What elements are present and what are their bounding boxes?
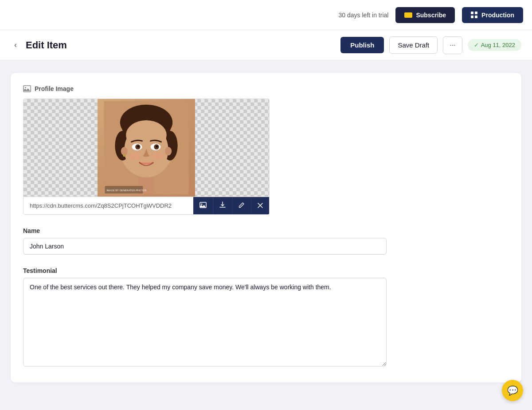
svg-point-18 bbox=[156, 146, 158, 148]
download-icon bbox=[219, 201, 226, 209]
upload-image-button[interactable] bbox=[193, 197, 213, 214]
svg-point-20 bbox=[165, 147, 172, 155]
chat-bubble-button[interactable]: 💬 bbox=[502, 380, 523, 401]
production-icon bbox=[471, 12, 478, 19]
topbar: 30 days left in trial Subscribe Producti… bbox=[0, 0, 532, 30]
svg-point-21 bbox=[123, 154, 126, 157]
testimonial-field-label: Testimonial bbox=[23, 267, 509, 274]
image-url-bar bbox=[23, 197, 269, 214]
image-section-icon bbox=[23, 85, 31, 92]
edit-card: Profile Image bbox=[11, 73, 521, 382]
subscribe-button[interactable]: Subscribe bbox=[395, 7, 455, 23]
upload-icon bbox=[200, 202, 207, 208]
profile-image-section-label: Profile Image bbox=[23, 85, 509, 92]
image-action-buttons bbox=[193, 197, 269, 214]
date-label: Aug 11, 2022 bbox=[481, 42, 515, 48]
name-field-group: Name bbox=[23, 227, 509, 255]
date-badge: ✓ Aug 11, 2022 bbox=[468, 39, 521, 51]
more-options-button[interactable]: ··· bbox=[443, 36, 462, 54]
profile-image-preview: IMAGE BY GENERATED.PHOTOS bbox=[98, 99, 195, 197]
edit-icon bbox=[239, 202, 245, 208]
main-content: Profile Image bbox=[0, 60, 532, 395]
headerbar: ‹ Edit Item Publish Save Draft ··· ✓ Aug… bbox=[0, 30, 532, 60]
svg-point-27 bbox=[201, 204, 203, 205]
name-input[interactable] bbox=[23, 238, 387, 255]
svg-text:IMAGE BY GENERATED.PHOTOS: IMAGE BY GENERATED.PHOTOS bbox=[106, 189, 146, 192]
svg-point-23 bbox=[152, 153, 164, 159]
name-field-label: Name bbox=[23, 227, 509, 234]
check-icon: ✓ bbox=[474, 42, 479, 48]
production-label: Production bbox=[481, 12, 514, 19]
testimonial-field-group: Testimonial One of the best services out… bbox=[23, 267, 509, 368]
svg-point-22 bbox=[129, 153, 141, 159]
image-preview-area: IMAGE BY GENERATED.PHOTOS bbox=[23, 99, 269, 197]
page-title: Edit Item bbox=[26, 39, 335, 51]
edit-image-button[interactable] bbox=[232, 197, 251, 214]
subscribe-label: Subscribe bbox=[416, 12, 446, 19]
close-icon bbox=[258, 203, 263, 208]
svg-point-19 bbox=[121, 147, 128, 155]
publish-button[interactable]: Publish bbox=[340, 37, 384, 53]
svg-point-12 bbox=[126, 120, 167, 150]
svg-point-17 bbox=[137, 146, 139, 148]
trial-text: 30 days left in trial bbox=[339, 12, 389, 19]
back-button[interactable]: ‹ bbox=[11, 39, 20, 51]
svg-point-1 bbox=[25, 87, 26, 88]
face-svg: IMAGE BY GENERATED.PHOTOS bbox=[102, 101, 191, 194]
remove-image-button[interactable] bbox=[251, 197, 269, 214]
image-url-input[interactable] bbox=[23, 198, 193, 213]
download-image-button[interactable] bbox=[213, 197, 232, 214]
chat-icon: 💬 bbox=[507, 385, 518, 396]
production-button[interactable]: Production bbox=[462, 7, 523, 23]
image-container: IMAGE BY GENERATED.PHOTOS bbox=[23, 99, 270, 215]
save-draft-button[interactable]: Save Draft bbox=[389, 36, 438, 54]
subscribe-icon bbox=[404, 12, 412, 18]
testimonial-textarea[interactable]: One of the best services out there. They… bbox=[23, 278, 387, 367]
